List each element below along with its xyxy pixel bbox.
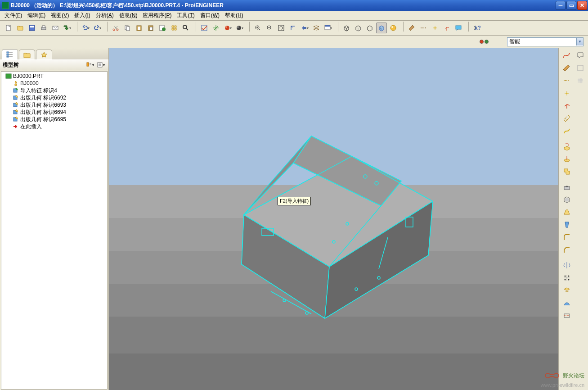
sidebar-settings-button[interactable]: ▾ [85, 61, 95, 69]
menu-v[interactable]: 视图(V) [48, 11, 72, 20]
extrude-button[interactable] [560, 141, 574, 152]
zoom-in-button[interactable] [252, 23, 263, 33]
zoom-fit-button[interactable] [276, 23, 287, 33]
datum-point-button[interactable] [560, 87, 574, 99]
no-hidden-button[interactable] [364, 23, 375, 33]
mirror-button[interactable] [560, 259, 574, 271]
boundary-button[interactable] [560, 297, 574, 309]
minimize-button[interactable]: ─ [556, 1, 566, 10]
send-button[interactable]: ▾ [62, 23, 72, 33]
part-icon [5, 73, 12, 79]
hole-button[interactable] [560, 181, 574, 193]
menu-f[interactable]: 文件(F) [2, 11, 25, 20]
copy-button[interactable] [122, 23, 133, 33]
regenerate-all-button[interactable] [169, 23, 180, 33]
maximize-button[interactable]: ▭ [566, 1, 576, 10]
style-button[interactable] [560, 125, 574, 137]
sidebar-tab-model-tree[interactable] [2, 49, 18, 59]
regenerate-edit-button[interactable] [157, 23, 168, 33]
datum-axis-toggle[interactable] [418, 23, 429, 33]
svg-point-20 [237, 26, 241, 30]
paste-button[interactable] [134, 23, 144, 33]
sketch-region-button[interactable] [574, 62, 587, 74]
svg-rect-62 [578, 65, 583, 71]
sidebar-tab-folder[interactable] [19, 50, 35, 59]
selection-filter-dropdown[interactable]: 智能 ▼ [507, 37, 584, 46]
trim-button[interactable] [560, 310, 574, 322]
tree-row[interactable]: BJ0000 [2, 80, 106, 87]
datum-csys-button[interactable] [560, 100, 574, 112]
viewport-3d[interactable]: F2(导入特征) [109, 48, 588, 390]
csys-toggle[interactable] [441, 23, 452, 33]
merge-button[interactable] [560, 285, 574, 296]
new-file-button[interactable] [3, 23, 14, 33]
print-button[interactable] [38, 23, 49, 33]
menu-w[interactable]: 窗口(W) [197, 11, 222, 20]
tree-row[interactable]: 在此插入 [2, 123, 106, 130]
menu-h[interactable]: 帮助(H) [222, 11, 246, 20]
hidden-line-button[interactable] [353, 23, 364, 33]
sketch-button[interactable] [560, 113, 574, 124]
pattern-button[interactable] [560, 272, 574, 284]
tree-row[interactable]: 出版几何 标识6695 [2, 116, 106, 123]
round-button[interactable] [560, 231, 574, 243]
menu-a[interactable]: 分析(A) [93, 11, 117, 20]
tree-row[interactable]: 出版几何 标识6692 [2, 94, 106, 101]
tree-row[interactable]: 出版几何 标识6694 [2, 109, 106, 116]
grid-button[interactable] [574, 75, 587, 86]
svg-point-32 [435, 27, 436, 29]
draft-button[interactable] [560, 219, 574, 231]
zoom-out-button[interactable] [264, 23, 275, 33]
svg-point-28 [391, 25, 396, 31]
material-button[interactable]: ▾ [234, 23, 245, 33]
help-button[interactable]: k? [471, 23, 482, 33]
menu-i[interactable]: 插入(I) [72, 11, 93, 20]
select-window-button[interactable] [199, 23, 210, 33]
orient-button[interactable] [287, 23, 298, 33]
email-button[interactable] [50, 23, 61, 33]
save-button[interactable] [27, 23, 37, 33]
curve-tool-button[interactable] [560, 50, 573, 61]
annotation-feature-button[interactable] [574, 50, 587, 61]
model-tree-panel[interactable]: BJ0000.PRTBJ0000导入特征 标识4出版几何 标识6692出版几何 … [1, 71, 108, 390]
layers-button[interactable] [311, 23, 322, 33]
tree-row[interactable]: BJ0000.PRT [2, 73, 106, 80]
revolve-button[interactable] [560, 153, 574, 165]
shaded-button[interactable] [376, 23, 387, 33]
datum-plane-button[interactable] [560, 62, 573, 74]
right-toolbar [558, 48, 588, 390]
appearance-button[interactable]: ▾ [222, 23, 233, 33]
sweep-button[interactable] [560, 166, 574, 177]
view-manager-button[interactable]: ▾ [323, 23, 333, 33]
wireframe-button[interactable] [341, 23, 352, 33]
chamfer-button[interactable] [560, 244, 574, 256]
tree-row[interactable]: 出版几何 标识6693 [2, 101, 106, 109]
pub-icon [12, 116, 19, 122]
paste-special-button[interactable] [145, 23, 156, 33]
rib-button[interactable] [560, 206, 574, 218]
csys-button[interactable] [211, 23, 221, 33]
svg-point-31 [425, 27, 426, 28]
find-button[interactable] [180, 23, 191, 33]
saved-views-button[interactable]: ▾ [299, 23, 310, 33]
close-button[interactable]: ✕ [577, 1, 587, 10]
annotation-toggle[interactable] [453, 23, 464, 33]
redo-button[interactable]: ▾ [92, 23, 103, 33]
sidebar-tab-favorites[interactable] [36, 50, 52, 59]
datum-plane-toggle[interactable] [406, 23, 417, 33]
menu-e[interactable]: 编辑(E) [25, 11, 48, 20]
main-area: 模型树 ▾ ▾ BJ0000.PRTBJ0000导入特征 标识4出版几何 标识6… [0, 48, 588, 390]
tree-row[interactable]: 导入特征 标识4 [2, 87, 106, 94]
menu-p[interactable]: 应用程序(P) [140, 11, 174, 20]
svg-point-21 [237, 27, 239, 28]
undo-button[interactable]: ▾ [80, 23, 91, 33]
cut-button[interactable] [110, 23, 121, 33]
datum-point-toggle[interactable] [430, 23, 440, 33]
enhanced-realism-button[interactable] [388, 23, 399, 33]
datum-axis-button[interactable] [560, 75, 573, 86]
sidebar-show-button[interactable]: ▾ [96, 61, 106, 69]
menu-t[interactable]: 工具(T) [174, 11, 197, 20]
shell-button[interactable] [560, 194, 574, 205]
menu-n[interactable]: 信息(N) [117, 11, 140, 20]
open-file-button[interactable] [15, 23, 26, 33]
